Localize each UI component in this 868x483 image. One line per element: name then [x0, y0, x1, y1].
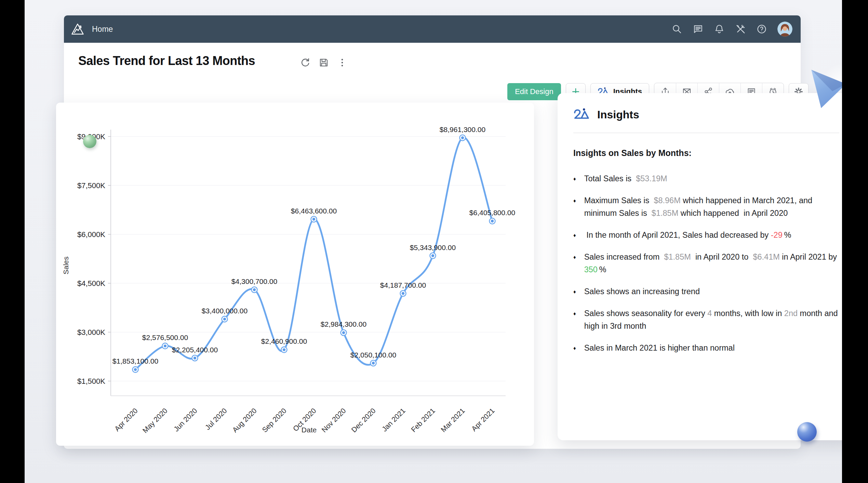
insight-item: ♦Maximum Sales is $8.96M which happened …	[573, 194, 839, 220]
divider	[573, 133, 839, 133]
svg-text:$1,853,100.00: $1,853,100.00	[112, 357, 158, 365]
svg-text:Apr 2021: Apr 2021	[470, 407, 496, 433]
svg-text:$8,961,300.00: $8,961,300.00	[440, 126, 485, 133]
svg-text:$7,500K: $7,500K	[77, 181, 105, 190]
search-icon[interactable]	[671, 24, 682, 35]
zia-icon	[573, 107, 590, 122]
tools-icon[interactable]	[735, 24, 746, 35]
insight-item: ♦Sales increased from $1.85M in April 20…	[573, 251, 839, 276]
insight-item: ♦Sales shows seasonality for every 4 mon…	[573, 307, 839, 332]
svg-text:Date: Date	[302, 426, 317, 434]
svg-text:Sales: Sales	[62, 257, 70, 275]
bullet-diamond-icon: ♦	[573, 307, 576, 332]
svg-text:$2,460,900.00: $2,460,900.00	[261, 337, 307, 345]
insight-item: ♦Sales in March 2021 is higher than norm…	[573, 342, 839, 354]
svg-text:$1,500K: $1,500K	[77, 377, 105, 386]
svg-text:$2,576,500.00: $2,576,500.00	[142, 334, 188, 341]
insights-panel-title: Insights	[597, 108, 639, 121]
svg-text:May 2020: May 2020	[141, 407, 169, 434]
insights-header: Insights	[573, 107, 839, 122]
chat-icon[interactable]	[693, 24, 704, 35]
analytics-logo-icon[interactable]	[71, 22, 84, 36]
bullet-diamond-icon: ♦	[573, 251, 576, 276]
svg-text:Mar 2021: Mar 2021	[439, 407, 466, 434]
bullet-diamond-icon: ♦	[573, 172, 576, 185]
svg-text:$6,000K: $6,000K	[77, 230, 105, 239]
svg-text:$4,187,700.00: $4,187,700.00	[380, 281, 426, 289]
svg-text:Jan 2021: Jan 2021	[380, 407, 406, 433]
page-title: Sales Trend for Last 13 Months	[78, 54, 255, 68]
letterbox-right	[842, 0, 868, 483]
topbar-left: Home	[64, 22, 113, 36]
insights-subtitle: Insights on Sales by Months:	[573, 148, 839, 158]
svg-text:$2,205,400.00: $2,205,400.00	[172, 346, 218, 354]
top-navigation-bar: Home	[64, 15, 801, 43]
stage: Home	[0, 0, 868, 483]
sales-line-chart[interactable]: $1,500K$3,000K$4,500K$6,000K$7,500K$9,00…	[56, 103, 534, 446]
bullet-diamond-icon: ♦	[573, 229, 576, 242]
svg-text:Sep 2020: Sep 2020	[261, 407, 288, 434]
svg-text:Dec 2020: Dec 2020	[350, 407, 377, 434]
svg-text:$2,984,300.00: $2,984,300.00	[321, 320, 366, 328]
bell-icon[interactable]	[714, 24, 725, 35]
edit-design-button[interactable]: Edit Design	[507, 83, 561, 100]
bullet-diamond-icon: ♦	[573, 342, 576, 354]
svg-text:$2,050,100.00: $2,050,100.00	[350, 351, 396, 359]
svg-text:Jun 2020: Jun 2020	[172, 407, 198, 433]
bullet-diamond-icon: ♦	[573, 285, 576, 298]
insight-item: ♦ In the month of April 2021, Sales had …	[573, 229, 839, 242]
svg-text:$4,500K: $4,500K	[77, 279, 105, 288]
user-avatar[interactable]	[777, 22, 792, 37]
help-icon[interactable]	[756, 24, 767, 35]
title-icons	[300, 57, 348, 68]
home-nav-label[interactable]: Home	[92, 25, 113, 34]
sales-trend-chart-card: $1,500K$3,000K$4,500K$6,000K$7,500K$9,00…	[56, 103, 534, 446]
svg-text:Jul 2020: Jul 2020	[203, 407, 228, 431]
svg-text:Apr 2020: Apr 2020	[113, 407, 139, 433]
refresh-icon[interactable]	[300, 57, 311, 68]
svg-text:Nov 2020: Nov 2020	[320, 407, 347, 434]
report-header-row: Sales Trend for Last 13 Months	[64, 43, 801, 86]
insight-item: ♦Total Sales is $53.19M	[573, 172, 839, 185]
letterbox-left	[0, 0, 25, 483]
svg-text:$3,000K: $3,000K	[77, 328, 105, 337]
insights-list: ♦Total Sales is $53.19M♦Maximum Sales is…	[573, 172, 839, 354]
page-background: Home	[25, 0, 842, 483]
svg-text:$6,405,800.00: $6,405,800.00	[469, 209, 515, 217]
svg-text:Aug 2020: Aug 2020	[231, 407, 258, 434]
svg-text:$6,463,600.00: $6,463,600.00	[291, 207, 337, 215]
svg-text:Feb 2021: Feb 2021	[410, 407, 437, 434]
svg-text:$4,300,700.00: $4,300,700.00	[231, 277, 277, 285]
topbar-right	[671, 22, 801, 37]
insight-item: ♦Sales shows an increasing trend	[573, 285, 839, 298]
svg-text:$9,000K: $9,000K	[77, 132, 105, 141]
svg-text:$3,400,000.00: $3,400,000.00	[202, 307, 248, 315]
bullet-diamond-icon: ♦	[573, 194, 576, 220]
kebab-menu-icon[interactable]	[337, 57, 348, 68]
svg-text:$5,343,900.00: $5,343,900.00	[410, 244, 456, 251]
save-icon[interactable]	[318, 57, 329, 68]
insights-panel: Insights Insights on Sales by Months: ♦T…	[558, 93, 855, 440]
